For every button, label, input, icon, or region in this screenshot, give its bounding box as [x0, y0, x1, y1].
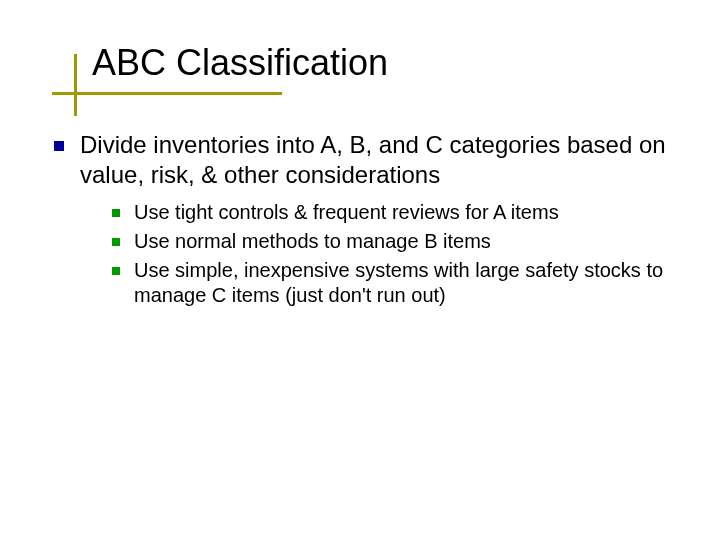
- title-vertical-decoration: [74, 54, 77, 116]
- bullet-level2: Use normal methods to manage B items: [112, 229, 670, 254]
- bullet-level2: Use simple, inexpensive systems with lar…: [112, 258, 670, 308]
- square-bullet-icon: [54, 141, 64, 151]
- slide: ABC Classification Divide inventories in…: [0, 0, 720, 540]
- sub-point-text: Use tight controls & frequent reviews fo…: [134, 200, 559, 225]
- sub-point-text: Use simple, inexpensive systems with lar…: [134, 258, 670, 308]
- sub-point-text: Use normal methods to manage B items: [134, 229, 491, 254]
- square-bullet-icon: [112, 209, 120, 217]
- bullet-level2: Use tight controls & frequent reviews fo…: [112, 200, 670, 225]
- square-bullet-icon: [112, 238, 120, 246]
- square-bullet-icon: [112, 267, 120, 275]
- main-point-text: Divide inventories into A, B, and C cate…: [80, 130, 670, 190]
- title-wrap: ABC Classification: [92, 42, 388, 84]
- bullet-level1: Divide inventories into A, B, and C cate…: [54, 130, 670, 190]
- slide-body: Divide inventories into A, B, and C cate…: [54, 130, 670, 312]
- title-underline-decoration: [52, 92, 282, 95]
- sub-bullet-group: Use tight controls & frequent reviews fo…: [112, 200, 670, 308]
- slide-title: ABC Classification: [92, 42, 388, 84]
